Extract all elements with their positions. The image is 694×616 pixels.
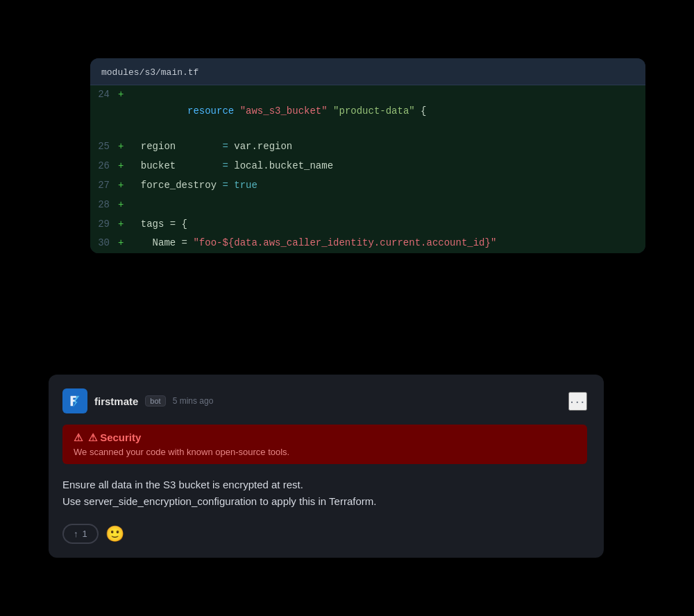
more-options-button[interactable]: ···	[568, 392, 587, 411]
line-number: 26	[90, 158, 118, 175]
upvote-arrow-icon: ↑	[74, 529, 78, 539]
line-code: Name = "foo-${data.aws_caller_identity.c…	[129, 235, 496, 252]
code-line: 27 + force_destroy = true	[90, 176, 645, 196]
upvote-count: 1	[83, 529, 87, 539]
line-plus: +	[118, 139, 129, 155]
message-line-2: Use server_side_encryption_configuration…	[62, 493, 587, 510]
security-alert-banner: ⚠ ⚠ Security We scanned your code with k…	[62, 425, 587, 464]
message-body: Ensure all data in the S3 bucket is encr…	[62, 477, 587, 510]
line-code: region = var.region	[129, 139, 292, 155]
code-line: 30 + Name = "foo-${data.aws_caller_ident…	[90, 234, 645, 253]
bot-badge: bot	[145, 395, 165, 407]
code-line: 24 + resource "aws_s3_bucket" "product-d…	[90, 85, 645, 137]
code-line: 25 + region = var.region	[90, 137, 645, 157]
upvote-button[interactable]: ↑ 1	[62, 524, 99, 544]
line-code	[129, 197, 135, 214]
chat-header: firstmate bot 5 mins ago ···	[62, 388, 587, 413]
line-code: bucket = local.bucket_name	[129, 158, 333, 175]
security-alert-description: We scanned your code with known open-sou…	[74, 447, 576, 457]
line-number: 30	[90, 235, 118, 252]
line-plus: +	[118, 178, 129, 194]
line-plus: +	[118, 216, 129, 233]
line-number: 27	[90, 178, 118, 194]
security-alert-title: ⚠ ⚠ Security	[74, 431, 576, 444]
code-filename: modules/s3/main.tf	[101, 67, 198, 78]
line-number: 29	[90, 216, 118, 233]
message-line-1: Ensure all data in the S3 bucket is encr…	[62, 477, 587, 493]
line-code: tags = {	[129, 216, 187, 233]
code-editor-card: modules/s3/main.tf 24 + resource "aws_s3…	[90, 58, 645, 253]
emoji-reaction-button[interactable]: 🙂	[105, 527, 124, 542]
code-titlebar: modules/s3/main.tf	[90, 58, 645, 85]
chat-header-left: firstmate bot 5 mins ago	[62, 388, 213, 413]
line-plus: +	[118, 235, 129, 252]
warning-icon: ⚠	[74, 431, 83, 444]
chat-footer: ↑ 1 🙂	[62, 524, 587, 544]
line-number: 28	[90, 197, 118, 214]
code-line: 26 + bucket = local.bucket_name	[90, 157, 645, 176]
line-number: 25	[90, 139, 118, 155]
code-body: 24 + resource "aws_s3_bucket" "product-d…	[90, 85, 645, 253]
bot-avatar	[62, 388, 87, 413]
line-number: 24	[90, 87, 118, 103]
code-line: 29 + tags = {	[90, 215, 645, 234]
line-plus: +	[118, 158, 129, 175]
chat-message-card: firstmate bot 5 mins ago ··· ⚠ ⚠ Securit…	[49, 375, 604, 558]
line-plus: +	[118, 87, 129, 103]
line-code: force_destroy = true	[129, 178, 257, 194]
line-code: resource "aws_s3_bucket" "product-data" …	[129, 87, 427, 136]
code-line: 28 +	[90, 196, 645, 215]
bot-name: firstmate	[94, 395, 138, 407]
firstmate-logo-icon	[67, 393, 83, 409]
message-timestamp: 5 mins ago	[173, 396, 214, 406]
line-plus: +	[118, 197, 129, 214]
